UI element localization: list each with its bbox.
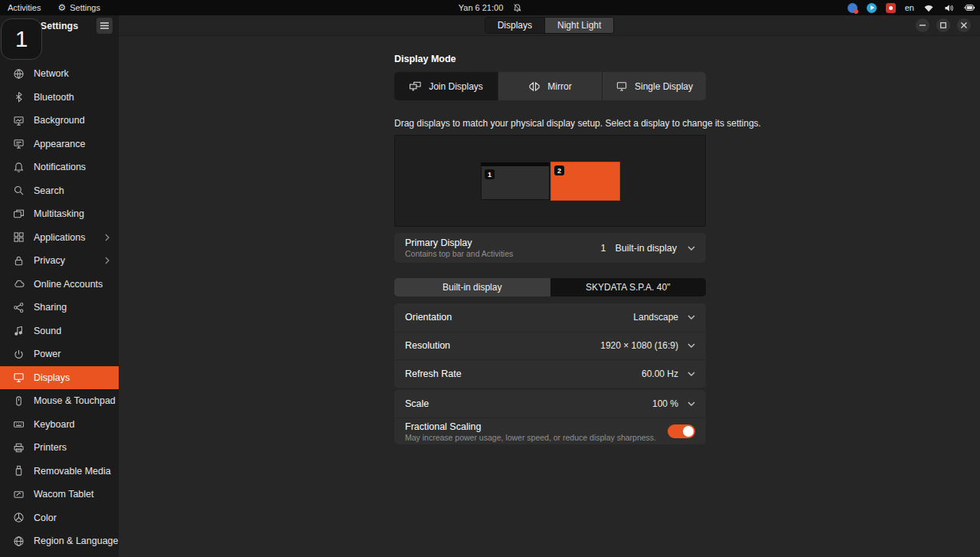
tab-built-in-display[interactable]: Built-in display	[394, 278, 550, 297]
lock-icon	[13, 255, 24, 267]
sidebar: Network Bluetooth Background Appearance …	[0, 36, 119, 557]
display-mode-group: Join Displays Mirror Single Display	[394, 72, 706, 100]
top-bar: Activities ⚙ Settings Yan 6 21:00 en	[0, 0, 980, 15]
primary-display-subtitle: Contains top bar and Activities	[405, 249, 600, 258]
primary-display-row[interactable]: Primary Display Contains top bar and Act…	[394, 233, 706, 263]
gear-icon: ⚙	[57, 3, 66, 12]
tablet-pen-icon	[13, 489, 24, 500]
search-icon	[13, 185, 24, 196]
wifi-icon[interactable]	[923, 3, 934, 12]
join-displays-icon	[409, 80, 422, 92]
single-display-button[interactable]: Single Display	[602, 72, 706, 100]
primary-display-number: 1	[600, 243, 606, 254]
view-switcher: Displays Night Light	[485, 17, 615, 34]
activities-button[interactable]: Activities	[8, 3, 41, 12]
sidebar-item-printers[interactable]: Printers	[0, 436, 119, 460]
monitor-1-thumbnail[interactable]: 1	[481, 162, 550, 200]
fractional-scaling-row: Fractional Scaling May increase power us…	[394, 418, 706, 444]
chevron-down-icon	[688, 401, 695, 406]
notifications-muted-icon	[512, 3, 521, 12]
sidebar-item-notifications[interactable]: Notifications	[0, 156, 119, 179]
chevron-down-icon	[688, 372, 695, 376]
monitor-2-badge: 2	[554, 165, 564, 175]
tab-night-light[interactable]: Night Light	[544, 18, 613, 33]
recorder-indicator-icon[interactable]	[886, 3, 896, 13]
hamburger-menu-button[interactable]	[96, 18, 113, 34]
sidebar-item-multitasking[interactable]: Multitasking	[0, 202, 119, 226]
color-wheel-icon	[13, 512, 24, 523]
fractional-scaling-toggle[interactable]	[668, 424, 695, 438]
orientation-row[interactable]: Orientation Landscape	[394, 303, 706, 332]
chevron-down-icon	[688, 343, 695, 348]
monitor-2-thumbnail[interactable]: 2	[550, 162, 620, 201]
chevron-right-icon	[105, 257, 109, 264]
refresh-rate-value: 60.00 Hz	[642, 369, 678, 379]
multitasking-icon	[13, 208, 24, 220]
sidebar-item-power[interactable]: Power	[0, 342, 119, 366]
bell-icon	[13, 162, 24, 173]
applications-grid-icon	[13, 231, 24, 243]
chevron-down-icon	[688, 315, 695, 319]
tab-displays[interactable]: Displays	[485, 18, 544, 33]
header-bar: Settings Displays Night Light	[0, 15, 980, 36]
single-display-icon	[616, 80, 628, 92]
app-menu-button[interactable]: ⚙ Settings	[57, 3, 100, 12]
sidebar-item-region-language[interactable]: Region & Language	[0, 529, 119, 553]
globe-icon	[13, 536, 24, 547]
tab-skydata-display[interactable]: SKYDATA S.P.A. 40"	[550, 278, 707, 297]
fractional-scaling-title: Fractional Scaling	[405, 421, 656, 432]
maximize-button[interactable]	[936, 18, 950, 32]
background-icon	[13, 115, 24, 126]
display-mode-label: Display Mode	[394, 54, 706, 64]
sidebar-item-search[interactable]: Search	[0, 179, 119, 203]
keyboard-icon	[13, 418, 24, 430]
chevron-down-icon	[688, 246, 695, 251]
sidebar-item-appearance[interactable]: Appearance	[0, 133, 119, 156]
primary-display-value: Built-in display	[615, 243, 677, 254]
network-icon	[13, 68, 24, 80]
mouse-icon	[13, 395, 24, 407]
display-arrangement-area[interactable]: 1 2	[394, 135, 706, 227]
sidebar-item-mouse-touchpad[interactable]: Mouse & Touchpad	[0, 389, 119, 413]
display-settings-group: Orientation Landscape Resolution 1920 × …	[394, 303, 706, 388]
bluetooth-icon	[13, 91, 24, 103]
sidebar-item-bluetooth[interactable]: Bluetooth	[0, 86, 119, 110]
sidebar-item-online-accounts[interactable]: Online Accounts	[0, 273, 119, 297]
usb-drive-icon	[13, 465, 24, 477]
resolution-row[interactable]: Resolution 1920 × 1080 (16:9)	[394, 332, 706, 360]
mirror-icon	[528, 81, 541, 92]
sidebar-item-removable-media[interactable]: Removable Media	[0, 460, 119, 483]
refresh-rate-row[interactable]: Refresh Rate 60.00 Hz	[394, 359, 706, 388]
monitor-selector-tabs: Built-in display SKYDATA S.P.A. 40"	[394, 278, 706, 297]
sidebar-item-privacy[interactable]: Privacy	[0, 249, 119, 273]
sidebar-item-applications[interactable]: Applications	[0, 226, 119, 250]
sidebar-item-displays[interactable]: Displays	[0, 366, 119, 390]
sidebar-item-network[interactable]: Network	[0, 62, 119, 86]
sidebar-item-sound[interactable]: Sound	[0, 319, 119, 343]
display-icon	[13, 372, 24, 383]
sidebar-item-wacom-tablet[interactable]: Wacom Tablet	[0, 483, 119, 506]
minimize-button[interactable]	[916, 18, 929, 32]
scale-row[interactable]: Scale 100 %	[394, 390, 706, 418]
sidebar-item-background[interactable]: Background	[0, 109, 119, 133]
fractional-scaling-subtitle: May increase power usage, lower speed, o…	[405, 433, 656, 442]
cloud-icon	[13, 278, 24, 290]
keyboard-layout-indicator[interactable]: en	[905, 3, 914, 12]
scale-value: 100 %	[652, 398, 678, 409]
join-displays-button[interactable]: Join Displays	[394, 72, 498, 100]
mirror-button[interactable]: Mirror	[498, 72, 602, 100]
sidebar-item-keyboard[interactable]: Keyboard	[0, 413, 119, 437]
primary-display-title: Primary Display	[405, 238, 600, 248]
chevron-right-icon	[105, 234, 109, 241]
clock-button[interactable]: Yan 6 21:00	[459, 3, 522, 12]
close-button[interactable]	[957, 18, 971, 32]
battery-icon[interactable]	[963, 3, 975, 12]
sidebar-item-sharing[interactable]: Sharing	[0, 296, 119, 319]
power-icon	[13, 349, 24, 360]
volume-icon[interactable]	[943, 3, 954, 13]
window-title: Settings	[41, 21, 78, 31]
app-indicator-icon[interactable]	[848, 3, 858, 13]
displays-panel: Display Mode Join Displays Mirror Single…	[119, 36, 980, 557]
telegram-indicator-icon[interactable]	[867, 3, 877, 13]
sidebar-item-color[interactable]: Color	[0, 506, 119, 530]
